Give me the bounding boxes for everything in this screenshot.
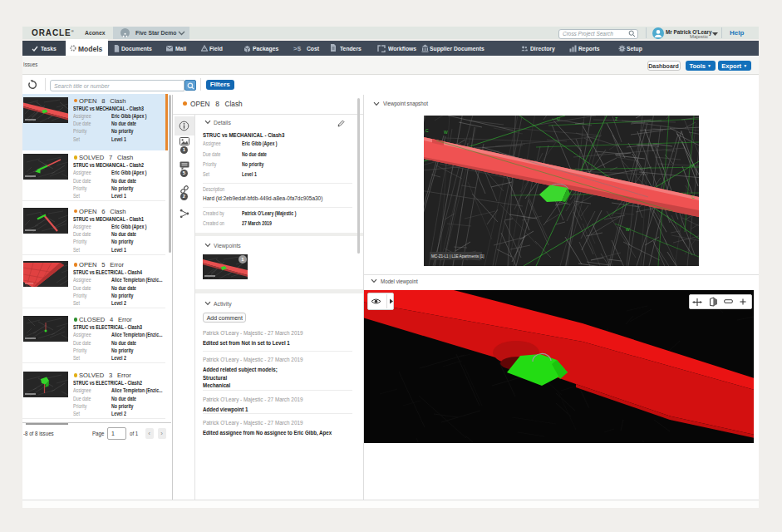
svg-text:W: W (444, 130, 448, 135)
svg-text:C: C (425, 128, 429, 133)
svg-text:U: U (557, 116, 560, 121)
svg-text:C: C (691, 195, 695, 200)
svg-text:W: W (626, 227, 630, 232)
svg-text:Z: Z (615, 116, 617, 121)
svg-text:MC-Z1-L1 | L1E Apartments [1]: MC-Z1-L1 | L1E Apartments [1] (431, 254, 484, 259)
